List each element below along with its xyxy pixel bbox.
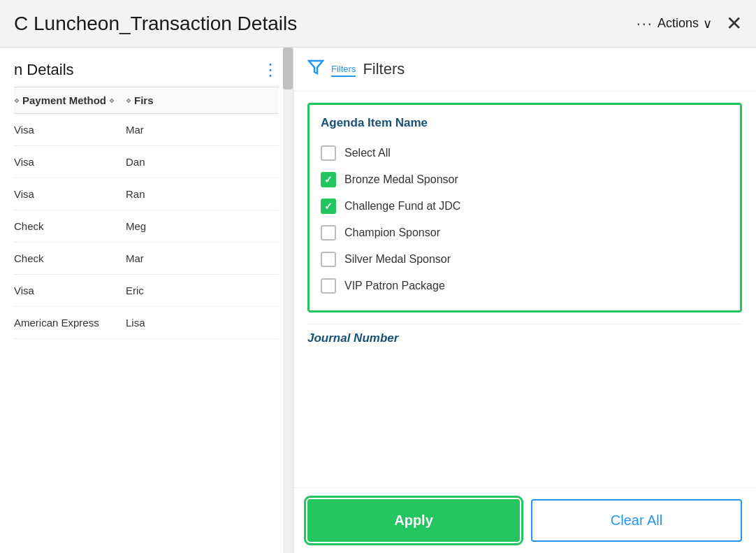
right-panel: Filters Filters Agenda Item Name Select … xyxy=(293,48,756,553)
cell-payment-1: Visa xyxy=(14,156,126,168)
checkbox-2[interactable]: ✓ xyxy=(321,199,336,214)
cell-first-3: Meg xyxy=(126,220,146,232)
cell-payment-4: Check xyxy=(14,252,126,264)
checkbox-label-0: Select All xyxy=(344,147,391,159)
checkbox-0[interactable] xyxy=(321,145,336,161)
agenda-item-filter-section: Agenda Item Name Select All ✓ Bronze Med… xyxy=(307,103,742,313)
actions-button[interactable]: ··· Actions ∨ xyxy=(637,15,712,33)
cell-first-5: Eric xyxy=(126,285,144,296)
filters-tab-group: Filters xyxy=(331,62,356,77)
filters-panel: Filters Filters Agenda Item Name Select … xyxy=(293,48,756,553)
clear-all-button[interactable]: Clear All xyxy=(531,499,742,542)
journal-number-label: Journal Number xyxy=(307,324,742,348)
panel-menu-icon[interactable]: ⋮ xyxy=(262,60,279,80)
checkbox-label-1: Bronze Medal Sponsor xyxy=(344,173,458,186)
cell-payment-5: Visa xyxy=(14,285,126,296)
checkbox-4[interactable] xyxy=(321,252,336,267)
table-row: Visa Eric xyxy=(14,275,279,307)
header: C Luncheon_Transaction Details ··· Actio… xyxy=(0,0,756,48)
table-header: ⋄ Payment Method ⋄ ⋄ Firs xyxy=(14,87,279,114)
col-payment-method[interactable]: ⋄ Payment Method ⋄ xyxy=(14,94,126,106)
cell-payment-6: American Express xyxy=(14,317,126,329)
close-button[interactable]: ✕ xyxy=(726,12,742,35)
filters-header: Filters Filters xyxy=(293,48,756,92)
cell-payment-0: Visa xyxy=(14,124,126,136)
table-row: American Express Lisa xyxy=(14,307,279,339)
table-row: Visa Dan xyxy=(14,146,279,178)
checkbox-item: Champion Sponsor xyxy=(321,220,729,246)
cell-payment-2: Visa xyxy=(14,188,126,200)
agenda-item-section-title: Agenda Item Name xyxy=(321,116,729,130)
checkbox-label-2: Challenge Fund at JDC xyxy=(344,200,460,213)
checkbox-list: Select All ✓ Bronze Medal Sponsor ✓ Chal… xyxy=(321,140,729,299)
checkbox-item: Select All xyxy=(321,140,729,166)
checkbox-item: VIP Patron Package xyxy=(321,273,729,299)
main-layout: n Details ⋮ ⋄ Payment Method ⋄ ⋄ Firs Vi… xyxy=(0,48,756,553)
cell-first-1: Dan xyxy=(126,156,145,168)
checkbox-1[interactable]: ✓ xyxy=(321,172,336,187)
sort-icon-left: ⋄ xyxy=(14,96,20,106)
panel-header: n Details ⋮ xyxy=(14,48,279,87)
cell-payment-3: Check xyxy=(14,220,126,232)
checkbox-item: ✓ Bronze Medal Sponsor xyxy=(321,166,729,193)
filters-body: Agenda Item Name Select All ✓ Bronze Med… xyxy=(293,92,756,487)
checkbox-item: ✓ Challenge Fund at JDC xyxy=(321,193,729,220)
table-row: Check Meg xyxy=(14,210,279,243)
checkbox-label-4: Silver Medal Sponsor xyxy=(344,253,451,266)
actions-label: Actions xyxy=(657,16,699,31)
col-first-name[interactable]: ⋄ Firs xyxy=(126,94,154,106)
cell-first-2: Ran xyxy=(126,188,145,200)
filter-icon xyxy=(307,59,324,80)
panel-title: n Details xyxy=(14,61,74,79)
table-row: Visa Ran xyxy=(14,178,279,210)
checkbox-5[interactable] xyxy=(321,278,336,294)
checkbox-label-5: VIP Patron Package xyxy=(344,280,445,292)
checkbox-item: Silver Medal Sponsor xyxy=(321,246,729,273)
page-title: C Luncheon_Transaction Details xyxy=(14,13,297,35)
filters-footer: Apply Clear All xyxy=(293,487,756,553)
filters-title: Filters xyxy=(363,60,405,78)
actions-dots-icon: ··· xyxy=(637,15,653,33)
chevron-down-icon: ∨ xyxy=(703,16,712,31)
left-panel: n Details ⋮ ⋄ Payment Method ⋄ ⋄ Firs Vi… xyxy=(0,48,293,553)
checkbox-3[interactable] xyxy=(321,225,336,240)
checkmark-icon: ✓ xyxy=(324,174,333,185)
cell-first-4: Mar xyxy=(126,252,144,264)
cell-first-0: Mar xyxy=(126,124,144,136)
apply-button[interactable]: Apply xyxy=(307,499,520,542)
left-scrollbar[interactable] xyxy=(283,48,293,553)
checkbox-label-3: Champion Sponsor xyxy=(344,227,440,239)
cell-first-6: Lisa xyxy=(126,317,145,329)
sort-icon-right: ⋄ xyxy=(109,96,115,106)
left-scrollbar-thumb xyxy=(283,48,293,89)
left-panel-inner: n Details ⋮ ⋄ Payment Method ⋄ ⋄ Firs Vi… xyxy=(0,48,293,339)
checkmark-icon: ✓ xyxy=(324,201,333,212)
sort-icon-first-left: ⋄ xyxy=(126,96,131,106)
header-actions: ··· Actions ∨ ✕ xyxy=(637,12,742,35)
filters-tab[interactable]: Filters xyxy=(331,64,356,77)
table-row: Check Mar xyxy=(14,243,279,275)
table-row: Visa Mar xyxy=(14,114,279,146)
table-body: Visa Mar Visa Dan Visa Ran Check Meg Che… xyxy=(14,114,279,339)
svg-marker-0 xyxy=(309,61,323,73)
